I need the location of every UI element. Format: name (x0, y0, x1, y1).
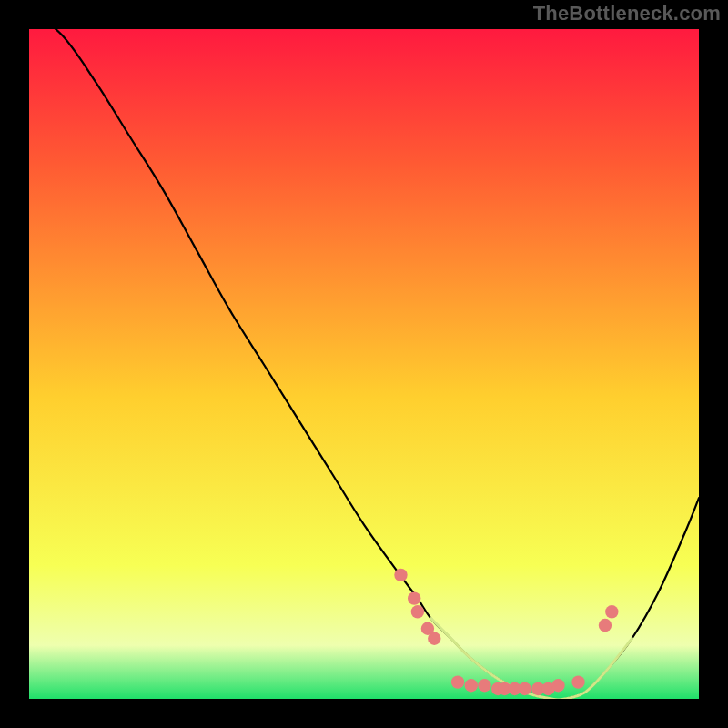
plot-background (29, 29, 699, 699)
watermark-text: TheBottleneck.com (533, 2, 721, 25)
curve-dot (605, 605, 618, 618)
curve-dot (428, 632, 440, 645)
curve-dot (518, 682, 531, 695)
plot-frame (29, 29, 699, 699)
curve-dot (599, 619, 612, 632)
curve-dot (478, 679, 490, 692)
chart-svg (29, 29, 699, 699)
curve-dot (408, 592, 420, 604)
curve-dot (465, 679, 478, 692)
curve-dot (551, 679, 564, 692)
curve-dot (571, 675, 584, 688)
curve-dot (451, 675, 464, 688)
chart-stage: TheBottleneck.com (0, 0, 728, 728)
curve-dot (394, 569, 407, 581)
curve-dot (411, 605, 424, 618)
